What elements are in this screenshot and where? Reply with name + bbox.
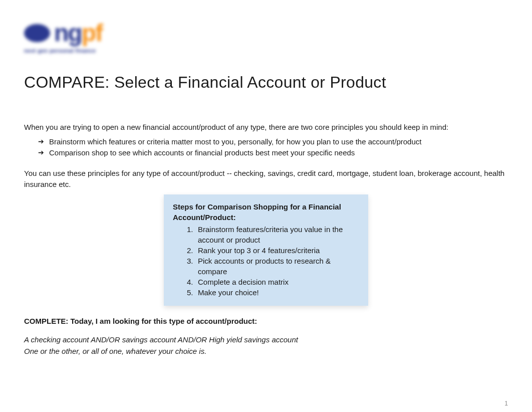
- page-title: COMPARE: Select a Financial Account or P…: [24, 73, 508, 92]
- step-item: Pick accounts or products to research & …: [187, 256, 359, 277]
- document-page: ngpf next gen personal finance COMPARE: …: [0, 0, 532, 381]
- logo-letters: ngpf: [54, 19, 102, 47]
- response-line-2: One or the other, or all of one, whateve…: [24, 346, 508, 357]
- page-number: 1: [504, 400, 508, 407]
- steps-callout-box: Steps for Comparison Shopping for a Fina…: [164, 194, 368, 306]
- step-item: Complete a decision matrix: [187, 277, 359, 287]
- principle-item: Brainstorm which features or criteria ma…: [38, 136, 508, 148]
- complete-prompt-label: COMPLETE: Today, I am looking for this t…: [24, 317, 508, 325]
- logo-dot-icon: [24, 24, 50, 42]
- step-item: Make your choice!: [187, 287, 359, 298]
- step-item: Brainstorm features/criteria you value i…: [187, 224, 359, 245]
- logo-letter-g: g: [68, 20, 81, 46]
- logo-letter-n: n: [54, 20, 68, 46]
- response-line-1: A checking account AND/OR savings accoun…: [24, 334, 508, 346]
- ngpf-logo: ngpf next gen personal finance: [24, 19, 139, 64]
- logo-letter-p: p: [82, 20, 95, 46]
- steps-list: Brainstorm features/criteria you value i…: [173, 224, 359, 298]
- logo-mark: ngpf: [24, 19, 139, 47]
- principle-item: Comparison shop to see which accounts or…: [38, 147, 508, 159]
- principles-list: Brainstorm which features or criteria ma…: [24, 136, 508, 159]
- usage-paragraph: You can use these principles for any typ…: [24, 168, 508, 190]
- intro-paragraph: When you are trying to open a new financ…: [24, 122, 508, 133]
- steps-heading: Steps for Comparison Shopping for a Fina…: [173, 201, 359, 224]
- logo-tagline: next gen personal finance: [24, 48, 139, 54]
- step-item: Rank your top 3 or 4 features/criteria: [187, 245, 359, 256]
- logo-letter-f: f: [95, 20, 102, 46]
